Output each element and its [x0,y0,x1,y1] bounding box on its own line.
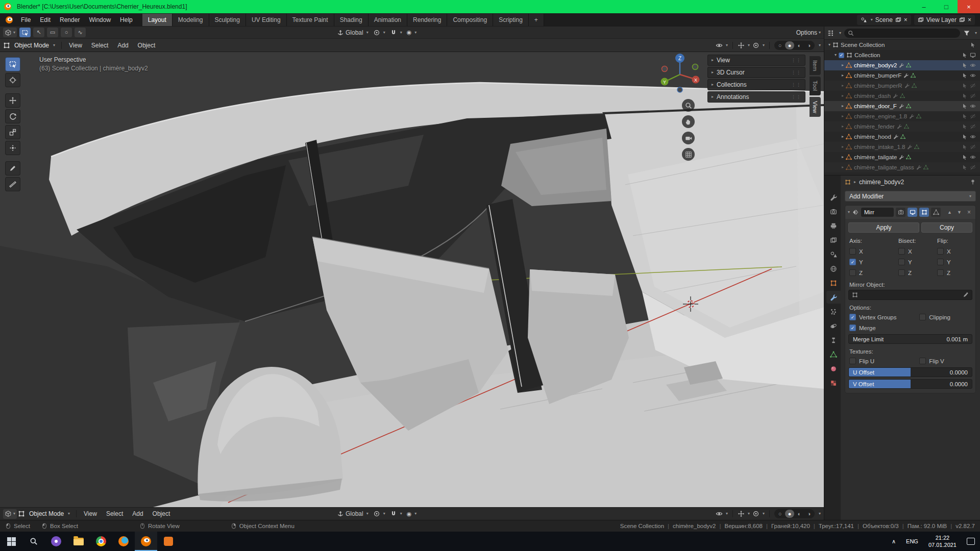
menu-render[interactable]: Render [55,13,84,27]
tool-cursor[interactable] [5,73,20,87]
viewport-menu-object[interactable]: Object [134,42,160,49]
disclosure-icon[interactable]: ▸ [842,114,844,118]
disclosure-icon[interactable]: ▾ [835,53,837,57]
sidebar-tab-tool[interactable]: Tool [810,77,821,95]
pivot-dropdown[interactable]: ▾ [373,510,385,517]
pointer-icon[interactable] [962,123,968,130]
disclosure-icon[interactable]: ▾ [828,43,830,47]
tab-compositing[interactable]: Compositing [447,14,493,26]
disclosure-icon[interactable]: ▸ [842,84,844,88]
flip-x-checkbox[interactable] [937,248,944,255]
outliner-search-input[interactable] [844,29,960,38]
tab-modeling[interactable]: Modeling [173,14,209,26]
disclosure-icon[interactable]: ▸ [842,155,844,159]
pointer-icon[interactable] [962,164,968,170]
pointer-icon[interactable] [962,83,968,89]
mode-dropdown[interactable]: Object Mode ▾ [26,510,73,517]
tab-sculpting[interactable]: Sculpting [209,14,246,26]
tab-animation[interactable]: Animation [369,14,407,26]
outliner-object-row[interactable]: ▸ chimère_intake_1.8 [824,142,980,152]
drag-grip-icon[interactable]: ⋮⋮ [791,82,801,87]
tray-expand-button[interactable]: ∧ [887,532,901,551]
pointer-icon[interactable] [970,42,976,48]
disclosure-icon[interactable]: ▸ [842,135,844,139]
chevron-down-icon[interactable]: ▾ [819,43,821,47]
outliner-row-collection[interactable]: ▾ ✓ Collection [824,50,980,60]
tab-scripting[interactable]: Scripting [493,14,529,26]
tab-object-data[interactable] [826,348,841,361]
pointer-icon[interactable] [962,93,968,99]
tab-tool[interactable] [826,191,841,204]
viewport-menu-view[interactable]: View [80,510,101,517]
pointer-icon[interactable] [962,144,968,150]
editor-type-button[interactable]: ▾ [3,509,17,519]
chevron-down-icon[interactable]: ▾ [819,512,821,516]
tab-shading[interactable]: Shading [334,14,369,26]
action-center-button[interactable] [962,532,980,551]
outliner-row-scene-collection[interactable]: ▾ Scene Collection [824,40,980,50]
screen-icon[interactable] [970,52,976,58]
sidebar-section-collections[interactable]: ▸ Collections ⋮⋮ [707,79,805,90]
collection-checkbox[interactable]: ✓ [839,53,844,58]
tool-scale[interactable] [5,125,20,139]
outliner-object-row[interactable]: ▸ chimère_tailgate [824,152,980,162]
eye-closed-icon[interactable] [970,113,976,119]
outliner-object-row[interactable]: ▸ chimère_hood [824,132,980,142]
viewport-menu-select[interactable]: Select [102,510,127,517]
menu-edit[interactable]: Edit [35,13,55,27]
flip-y-checkbox[interactable] [937,259,944,265]
snap-toggle[interactable]: ▾ [390,29,402,36]
sidebar-tab-view[interactable]: View [810,97,821,117]
eye-closed-icon[interactable] [970,144,976,150]
viewport-menu-add[interactable]: Add [128,510,147,517]
move-modifier-down[interactable]: ▼ [955,208,963,216]
zoom-button[interactable] [682,99,695,112]
shading-solid[interactable]: ● [785,41,794,49]
eye-closed-icon[interactable] [970,83,976,89]
outliner-object-row[interactable]: ▸ chimère_fender [824,121,980,132]
breadcrumb-object-name[interactable]: chimère_bodyv2 [859,179,904,186]
proportional-editing-toggle[interactable]: ◉ ▾ [407,30,417,35]
axis-x-checkbox[interactable] [849,248,856,255]
pointer-icon[interactable] [962,62,968,68]
flip-z-checkbox[interactable] [937,269,944,276]
sidebar-tab-item[interactable]: Item [810,56,821,75]
viewport-menu-view[interactable]: View [65,42,86,49]
disclosure-icon[interactable]: ▸ [842,73,844,78]
copy-button[interactable]: Copy [921,222,972,233]
delete-modifier-button[interactable]: × [965,208,973,216]
merge-limit-field[interactable]: Merge Limit 0.001 m [848,334,972,344]
blender-menu-icon[interactable] [5,16,13,24]
tool-rotate[interactable] [5,109,20,123]
start-button[interactable] [0,532,22,551]
overlays-dropdown[interactable]: ▾ [752,510,765,517]
menu-window[interactable]: Window [84,13,115,27]
drag-grip-icon[interactable]: ⋮⋮ [791,94,801,99]
flip-u-checkbox[interactable] [849,358,856,364]
eye-icon[interactable] [970,72,976,79]
outliner-object-row[interactable]: ▸ chimère_bumperF [824,70,980,81]
maximize-button[interactable]: □ [935,0,958,13]
disclosure-icon[interactable]: ▸ [842,63,844,67]
scene-selector[interactable]: ▾ Scene × [857,15,911,25]
add-modifier-dropdown[interactable]: Add Modifier ▾ [845,191,976,202]
merge-checkbox[interactable]: ✓ [849,324,856,331]
gizmos-dropdown[interactable]: ▾ [738,42,750,49]
vertex-groups-checkbox[interactable]: ✓ [849,314,856,320]
drag-grip-icon[interactable]: ⋮⋮ [791,58,801,63]
taskbar-firefox[interactable] [112,532,135,551]
pointer-icon[interactable] [962,113,968,119]
sidebar-section-annotations[interactable]: ▸ Annotations ⋮⋮ [707,91,805,103]
bisect-x-checkbox[interactable] [898,248,905,255]
disclosure-icon[interactable]: ▸ [842,145,844,149]
shading-rendered[interactable]: ◑ [804,510,814,518]
move-modifier-up[interactable]: ▲ [946,208,953,216]
orientation-dropdown[interactable]: Global ▾ [337,29,369,36]
viewport-3d[interactable]: Z Y X User Perspective (63) Scene Collec… [0,52,824,507]
pointer-icon[interactable] [962,72,968,79]
shading-wireframe[interactable]: ○ [775,510,785,518]
snap-toggle[interactable]: ▾ [390,510,402,517]
camera-view-button[interactable] [682,132,695,144]
bisect-z-checkbox[interactable] [898,269,905,276]
taskbar-search-button[interactable] [22,532,45,551]
